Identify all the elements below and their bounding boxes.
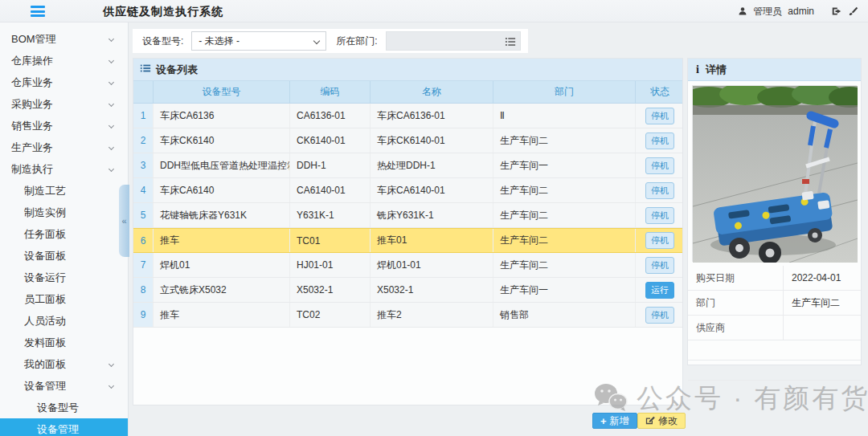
status-badge[interactable]: 停机: [645, 232, 674, 249]
device-name-cell: 车床CK6140-01: [371, 128, 493, 153]
status-badge[interactable]: 停机: [645, 108, 674, 124]
sidebar-item-label: 仓库操作: [11, 55, 53, 67]
sidebar-item-purchase-business[interactable]: 采购业务: [0, 93, 128, 115]
device-list-title: 设备列表: [156, 63, 198, 77]
sidebar-item-label: 我的面板: [24, 358, 66, 370]
sidebar-item-my-panel[interactable]: 我的面板: [0, 353, 128, 375]
sidebar-item-production-business[interactable]: 生产业务: [0, 137, 128, 158]
department-input[interactable]: [386, 31, 521, 51]
row-index: 2: [133, 128, 154, 153]
sidebar-item-personnel-activity[interactable]: 人员活动: [0, 310, 128, 332]
device-photo: [692, 85, 857, 262]
sidebar-item-sales-business[interactable]: 销售业务: [0, 115, 128, 137]
status-badge[interactable]: 停机: [645, 157, 674, 174]
sidebar-item-material-panel[interactable]: 发料面板: [0, 332, 128, 353]
device-name-cell: 热处理DDH-1: [371, 153, 493, 177]
table-row[interactable]: 3DDH型低电压管道热处理温控箱DDH-1热处理DDH-1生产车间一停机: [133, 153, 682, 178]
sidebar-collapse-handle[interactable]: «: [119, 185, 129, 257]
sidebar-item-warehouse-operation[interactable]: 仓库操作: [0, 50, 128, 71]
device-model-cell: DDH型低电压管道热处理温控箱: [154, 153, 290, 177]
sidebar-item-label: 人员活动: [24, 315, 66, 327]
sidebar-item-device-running[interactable]: 设备运行: [0, 267, 128, 288]
sidebar-item-label: 制造工艺: [24, 185, 66, 197]
sidebar-item-device-management-group[interactable]: 设备管理: [0, 375, 128, 397]
device-code-cell: TC02: [290, 303, 371, 327]
column-header: 编码: [290, 81, 371, 103]
edit-button-label: 修改: [658, 414, 678, 428]
detail-title: 详情: [706, 63, 727, 77]
table-row[interactable]: 7焊机01HJ01-01焊机01-01生产车间二停机: [133, 253, 682, 278]
theme-brush-icon[interactable]: [848, 6, 858, 17]
sidebar-item-task-panel[interactable]: 任务面板: [0, 223, 128, 245]
sidebar-item-label: 发料面板: [24, 336, 66, 348]
status-badge[interactable]: 停机: [645, 207, 674, 224]
sidebar-item-device-model[interactable]: 设备型号: [0, 397, 128, 418]
sidebar-item-label: 制造执行: [11, 163, 53, 175]
chevron-down-icon: [108, 383, 114, 389]
sidebar-item-label: 制造实例: [24, 206, 66, 218]
department-label: 所在部门:: [336, 35, 377, 48]
table-row[interactable]: 2车床CK6140CK6140-01车床CK6140-01生产车间二停机: [133, 128, 682, 153]
app-title: 供应链及制造执行系统: [103, 0, 223, 22]
device-name-cell: 推车2: [371, 303, 493, 327]
top-header: 供应链及制造执行系统 管理员 admin: [0, 0, 868, 22]
sidebar-item-label: 设备型号: [37, 401, 79, 414]
status-badge[interactable]: 停机: [645, 182, 674, 199]
device-model-cell: 车床CK6140: [154, 128, 290, 153]
chevron-down-icon: [108, 58, 114, 63]
row-index: 4: [133, 178, 154, 202]
table-row[interactable]: 9推车TC02推车2销售部停机: [133, 303, 682, 328]
sidebar-item-bom-management[interactable]: BOM管理: [0, 28, 128, 50]
sidebar-item-manufacturing-process[interactable]: 制造工艺: [0, 180, 128, 202]
status-badge[interactable]: 停机: [645, 132, 674, 149]
device-list-panel: 设备列表 设备型号编码名称部门状态 1车床CA6136CA6136-01车床CA…: [133, 58, 683, 405]
detail-field-row-empty: [688, 361, 861, 381]
device-model-cell: 推车: [154, 303, 290, 327]
sidebar-item-manufacturing-instance[interactable]: 制造实例: [0, 202, 128, 223]
logout-icon[interactable]: [831, 6, 842, 16]
device-model-select[interactable]: - 未选择 -: [191, 31, 326, 51]
device-name-cell: 车床CA6140-01: [371, 178, 493, 202]
device-code-cell: Y631K-1: [290, 203, 371, 227]
detail-field-row: 供应商: [688, 316, 861, 340]
detail-field-label: 供应商: [688, 316, 783, 340]
detail-title-bar: i 详情: [688, 59, 861, 81]
table-row[interactable]: 6推车TC01推车01生产车间二停机: [133, 228, 682, 253]
status-badge[interactable]: 运行: [645, 282, 674, 299]
status-badge[interactable]: 停机: [645, 307, 674, 324]
edit-button[interactable]: 修改: [637, 413, 686, 429]
table-row[interactable]: 5花键轴铣床器Y631KY631K-1铣床Y631K-1生产车间二停机: [133, 203, 682, 228]
department-cell: 生产车间一: [493, 278, 636, 302]
status-cell: 停机: [636, 303, 684, 327]
sidebar-item-device-panel[interactable]: 设备面板: [0, 245, 128, 267]
sidebar-item-staff-panel[interactable]: 员工面板: [0, 288, 128, 310]
department-cell: 销售部: [493, 303, 636, 327]
table-row[interactable]: 8立式铣床X5032X5032-1X5032-1生产车间一运行: [133, 278, 682, 303]
sidebar-item-device-management[interactable]: 设备管理: [0, 418, 128, 436]
detail-field-row: 购买日期2022-04-01: [688, 266, 861, 291]
hamburger-menu-icon[interactable]: [31, 6, 45, 17]
detail-field-row-empty: [688, 340, 861, 361]
sidebar-item-manufacturing-execution[interactable]: 制造执行: [0, 158, 128, 180]
chevron-down-icon: [108, 166, 114, 172]
department-picker-icon[interactable]: [505, 36, 516, 50]
device-name-cell: 铣床Y631K-1: [371, 203, 493, 227]
sidebar-item-warehouse-business[interactable]: 仓库业务: [0, 71, 128, 93]
device-model-cell: 推车: [154, 229, 290, 252]
table-row[interactable]: 4车床CA6140CA6140-01车床CA6140-01生产车间二停机: [133, 178, 682, 203]
table-body: 1车床CA6136CA6136-01车床CA6136-01Ⅱ停机2车床CK614…: [133, 104, 682, 328]
detail-panel: i 详情: [687, 58, 862, 365]
sidebar-item-label: 仓库业务: [11, 76, 53, 88]
table-row[interactable]: 1车床CA6136CA6136-01车床CA6136-01Ⅱ停机: [133, 104, 682, 128]
detail-field-label: 购买日期: [688, 266, 783, 290]
device-model-select-value: - 未选择 -: [199, 35, 240, 48]
status-badge[interactable]: 停机: [645, 257, 674, 274]
list-icon: [140, 63, 151, 76]
device-name-cell: X5032-1: [371, 278, 493, 302]
add-button[interactable]: + 新增: [592, 413, 637, 429]
device-model-cell: 车床CA6136: [154, 104, 290, 128]
device-name-cell: 车床CA6136-01: [371, 104, 493, 128]
status-cell: 停机: [636, 229, 684, 252]
filter-bar: 设备型号: - 未选择 - 所在部门:: [133, 29, 528, 53]
status-cell: 运行: [636, 278, 684, 302]
